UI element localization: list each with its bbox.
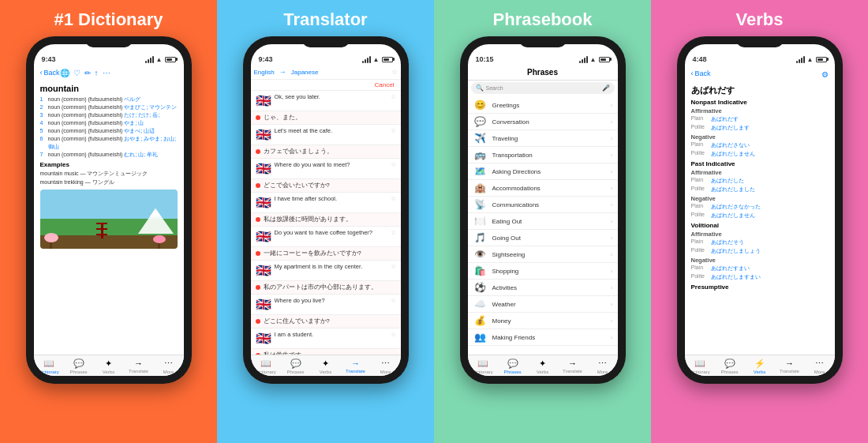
trans-entries: 🇬🇧 Ok, see you later. ☆ じゃ、また。 🇬🇧 Let's … [251,91,401,355]
edit-icon[interactable]: ✏ [84,69,91,77]
cancel-button[interactable]: Cancel [375,81,395,88]
globe-icon[interactable]: 🌐 [60,69,69,77]
more-tab-icon-2: ⋯ [381,359,390,369]
star-6[interactable]: ☆ [391,263,396,270]
dict-entry-2: 2 noun (common) (futsuumeishi) やまびこ; マウン… [40,103,178,111]
verbs-tab-icon-4: ⚡ [754,359,765,369]
trans-jp-5: 一緒にコーヒーを飲みたいですか? [251,247,401,261]
tab-verbs-2[interactable]: ✦ Verbs [311,359,341,374]
star-button[interactable]: ☆ [391,68,398,76]
chevron-icon-13: › [611,301,613,308]
more-icon[interactable]: ⋯ [103,69,110,77]
chevron-icon-10: › [611,251,613,258]
tab-more-4[interactable]: ⋯ More [805,359,835,374]
phrase-categories: 😊 Greetings › 💬 Conversation › ✈️ Travel… [468,97,618,355]
phone-1: 9:43 ▲ ‹ Back 🌐 ♡ ✏ [26,36,192,384]
tab-dictionary-1[interactable]: 📖 Dictionary [34,359,64,374]
tab-more-2[interactable]: ⋯ More [371,359,401,374]
tab-bar-2: 📖 Dictionary 💬 Phrases ✦ Verbs → Transla… [251,355,401,376]
trans-jp-4: 私は放課後に時間があります。 [251,213,401,227]
star-2[interactable]: ☆ [391,127,396,134]
cat-eating-out[interactable]: 🍽️ Eating Out › [468,213,618,230]
tab-verbs-3[interactable]: ✦ Verbs [528,359,558,374]
verbs-tab-icon-3: ✦ [539,359,546,369]
star-1[interactable]: ☆ [391,93,396,100]
cat-conversation[interactable]: 💬 Conversation › [468,114,618,130]
cat-greetings[interactable]: 😊 Greetings › [468,97,618,114]
star-3[interactable]: ☆ [391,161,396,168]
tab-phrases-3[interactable]: 💬 Phrases [498,359,528,374]
tab-verbs-1[interactable]: ✦ Verbs [94,359,124,374]
star-4[interactable]: ☆ [391,195,396,202]
heart-icon[interactable]: ♡ [73,69,80,77]
tab-more-3[interactable]: ⋯ More [588,359,618,374]
lang-arrow-icon: → [279,68,286,76]
cat-activities[interactable]: ⚽ Activities › [468,280,618,296]
tab-translate-3[interactable]: → Translate [558,359,588,374]
dict-content: mountain 1 noun (common) (futsuumeishi) … [34,81,184,355]
cat-making-friends[interactable]: 👥 Making Friends › [468,329,618,346]
chevron-icon-11: › [611,268,613,275]
tab-more-1[interactable]: ⋯ More [154,359,184,374]
lang-from[interactable]: English [254,69,275,76]
cat-money[interactable]: 💰 Money › [468,313,618,329]
flag-uk-6: 🇬🇧 [256,263,271,278]
translator-panel: Translator 9:43 ▲ English → [217,0,434,443]
past-neg-plain: Plain あばれださなかった [691,203,829,211]
time-3: 10:15 [476,55,494,63]
translate-tab-icon-3: → [568,359,577,368]
tab-phrases-1[interactable]: 💬 Phrases [64,359,94,374]
cat-shopping[interactable]: 🛍️ Shopping › [468,263,618,280]
tab-label-phrases-4: Phrases [720,370,738,374]
chevron-icon-12: › [611,284,613,291]
cat-asking-directions[interactable]: 🗺️ Asking Directions › [468,163,618,180]
share-icon[interactable]: ↑ [95,69,99,77]
cat-weather[interactable]: ☁️ Weather › [468,296,618,313]
tab-dictionary-2[interactable]: 📖 Dictionary [251,359,281,374]
signal-1 [145,56,154,63]
cat-accommodations[interactable]: 🏨 Accommodations › [468,180,618,197]
cat-sightseeing[interactable]: 👁️ Sightseeing › [468,246,618,263]
chevron-icon: › [611,102,613,109]
tab-phrases-2[interactable]: 💬 Phrases [281,359,311,374]
dict-entry-7: 7 noun (common) (futsuumeishi) むれ; 山; 牟礼 [40,151,178,158]
tab-translate-2[interactable]: → Translate [341,359,371,374]
cat-going-out[interactable]: 🎵 Going Out › [468,230,618,246]
tab-translate-4[interactable]: → Translate [775,359,805,374]
screen-4: 4:48 ▲ ‹ Back ⚙ [685,44,835,376]
verbs-tab-icon-1: ✦ [105,359,112,369]
tab-translate-1[interactable]: → Translate [124,359,154,374]
tab-dictionary-4[interactable]: 📖 Dictionary [685,359,715,374]
settings-icon[interactable]: ⚙ [821,70,829,79]
cherry-tree-left [44,233,58,249]
nonpast-title: Nonpast Indicative [691,99,829,106]
star-8[interactable]: ☆ [391,331,396,338]
tab-label-more-1: More [163,370,174,374]
signal-2 [362,56,371,63]
dict-tab-icon-3: 📖 [477,359,488,369]
cat-communications[interactable]: 📡 Communications › [468,197,618,213]
dict-word: mountain [40,84,178,93]
nav-icons-1: 🌐 ♡ ✏ ↑ ⋯ [60,69,110,77]
phrase-search-bar[interactable]: 🔍 Search 🎤 [471,82,615,94]
star-7[interactable]: ☆ [391,297,396,304]
mic-icon[interactable]: 🎤 [602,84,610,92]
vol-aff-polite: Polite あばれだしましょう [691,247,829,255]
trans-jp-2: カフェで会いましょう。 [251,145,401,159]
tab-dictionary-3[interactable]: 📖 Dictionary [468,359,498,374]
tab-phrases-4[interactable]: 💬 Phrases [715,359,745,374]
cat-transportation[interactable]: 🚌 Transportation › [468,147,618,163]
time-1: 9:43 [42,55,56,63]
dict-entry-4: 4 noun (common) (futsuumeishi) やま; 山 [40,119,178,126]
tab-label-verbs-4: Verbs [754,370,765,374]
back-button-1[interactable]: ‹ Back [40,69,60,77]
panel-3-title: Phrasebook [493,9,593,30]
lang-to[interactable]: Japanese [291,69,319,76]
cat-traveling[interactable]: ✈️ Traveling › [468,130,618,147]
search-placeholder: Search [486,85,600,91]
nonpast-aff-plain: Plain あばれだす [691,115,829,123]
back-button-4[interactable]: ‹ Back [691,69,711,77]
star-5[interactable]: ☆ [391,229,396,236]
tab-verbs-4[interactable]: ⚡ Verbs [745,359,775,374]
panel-1-title: #1 Dictionary [54,9,163,30]
